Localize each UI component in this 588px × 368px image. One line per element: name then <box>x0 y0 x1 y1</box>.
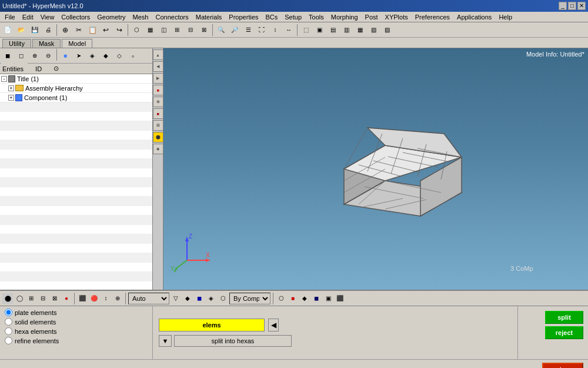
tab-utility[interactable]: Utility <box>2 39 31 48</box>
close-button[interactable]: ✕ <box>577 2 586 10</box>
tb-btn-6[interactable]: ✂ <box>72 24 85 37</box>
tb-btn-20[interactable]: ↕ <box>269 24 282 37</box>
lp-btn-10[interactable]: ⬦ <box>126 49 139 62</box>
bt-btn-15[interactable]: ⬡ <box>218 293 228 304</box>
bt-btn-8[interactable]: 🔴 <box>89 293 99 304</box>
viewport[interactable]: Model Info: Untitled* <box>163 48 588 290</box>
menu-materials[interactable]: Materials <box>192 12 226 22</box>
maximize-button[interactable]: □ <box>568 2 576 10</box>
menu-edit[interactable]: Edit <box>19 12 37 22</box>
v-btn-6[interactable]: ■ <box>153 108 163 119</box>
bt-btn-12[interactable]: ◆ <box>182 293 193 304</box>
v-btn-5[interactable]: ⊕ <box>153 97 163 107</box>
tb-btn-7[interactable]: 📋 <box>86 24 99 37</box>
lp-btn-9[interactable]: ◇ <box>113 49 126 62</box>
bt-btn-1[interactable]: ⬤ <box>2 293 13 304</box>
tb-btn-9[interactable]: ↪ <box>113 24 126 37</box>
tb-btn-25[interactable]: ▥ <box>340 24 353 37</box>
new-btn[interactable]: 📄 <box>1 24 14 37</box>
lp-btn-5[interactable]: ■ <box>59 49 72 62</box>
radio-refine-input[interactable] <box>5 337 12 344</box>
lp-btn-8[interactable]: ◆ <box>99 49 112 62</box>
radio-refine[interactable]: refine elements <box>5 337 148 344</box>
v-btn-4[interactable]: ■ <box>153 85 163 95</box>
expand-assembly[interactable]: + <box>8 85 14 91</box>
elems-arrow-btn[interactable]: ◀ <box>268 319 279 331</box>
radio-solid[interactable]: solid elements <box>5 318 148 326</box>
bt-btn-20[interactable]: ▣ <box>323 293 333 304</box>
lp-btn-1[interactable]: ◼ <box>1 49 14 62</box>
bt-btn-3[interactable]: ⊞ <box>26 293 36 304</box>
radio-hexa[interactable]: hexa elements <box>5 327 148 335</box>
bt-btn-5[interactable]: ⊠ <box>49 293 60 304</box>
radio-plate[interactable]: plate elements <box>5 309 148 316</box>
open-btn[interactable]: 📂 <box>15 24 28 37</box>
menu-applications[interactable]: Applications <box>453 12 495 22</box>
v-btn-7[interactable]: ⊞ <box>153 120 163 131</box>
tb-btn-18[interactable]: ☰ <box>242 24 255 37</box>
v-btn-3[interactable]: ▶ <box>153 73 163 84</box>
tb-btn-23[interactable]: ▣ <box>313 24 326 37</box>
v-btn-8[interactable]: ⬤ <box>153 132 163 142</box>
menu-geometry[interactable]: Geometry <box>93 12 129 22</box>
tb-btn-27[interactable]: ▧ <box>367 24 380 37</box>
tb-btn-13[interactable]: ⊞ <box>171 24 183 37</box>
menu-mesh[interactable]: Mesh <box>129 12 152 22</box>
bt-btn-18[interactable]: ◆ <box>299 293 310 304</box>
lp-btn-2[interactable]: ◻ <box>15 49 28 62</box>
bt-btn-9[interactable]: ↕ <box>101 293 111 304</box>
menu-tools[interactable]: Tools <box>305 12 328 22</box>
auto-dropdown[interactable]: Auto <box>128 293 169 304</box>
bt-btn-10[interactable]: ⊕ <box>112 293 123 304</box>
radio-solid-input[interactable] <box>5 318 12 326</box>
tb-btn-12[interactable]: ◫ <box>157 24 170 37</box>
reject-button[interactable]: reject <box>545 326 583 339</box>
bt-btn-19[interactable]: ◼ <box>311 293 322 304</box>
tb-btn-21[interactable]: ↔ <box>282 24 295 37</box>
bt-btn-7[interactable]: ⬛ <box>77 293 88 304</box>
tb-btn-14[interactable]: ⊟ <box>184 24 197 37</box>
menu-xyplots[interactable]: XYPlots <box>382 12 412 22</box>
menu-collectors[interactable]: Collectors <box>58 12 93 22</box>
bt-btn-2[interactable]: ◯ <box>14 293 25 304</box>
tree-row-title[interactable]: - Title (1) <box>0 74 152 84</box>
by-comp-dropdown[interactable]: By Comp <box>229 293 270 304</box>
v-btn-1[interactable]: ▲ <box>153 49 163 60</box>
title-bar-controls[interactable]: _ □ ✕ <box>559 2 586 10</box>
tb-btn-17[interactable]: 🔎 <box>228 24 241 37</box>
bt-btn-4[interactable]: ⊟ <box>38 293 48 304</box>
v-btn-2[interactable]: ◀ <box>153 61 163 72</box>
bt-btn-16[interactable]: ⬡ <box>276 293 286 304</box>
minimize-button[interactable]: _ <box>559 2 567 10</box>
lp-btn-3[interactable]: ⊕ <box>28 49 41 62</box>
tb-btn-26[interactable]: ▦ <box>353 24 366 37</box>
return-button[interactable]: return <box>542 363 583 369</box>
bt-btn-11[interactable]: ▽ <box>171 293 181 304</box>
menu-view[interactable]: View <box>37 12 58 22</box>
expand-component[interactable]: + <box>8 95 14 101</box>
tb-btn-10[interactable]: ⬡ <box>130 24 143 37</box>
tb-btn-4[interactable]: 🖨 <box>42 24 55 37</box>
tb-btn-5[interactable]: ⊕ <box>59 24 72 37</box>
v-btn-9[interactable]: ◈ <box>153 144 163 154</box>
tb-btn-11[interactable]: ▦ <box>143 24 156 37</box>
split-button[interactable]: split <box>545 311 583 324</box>
tab-model[interactable]: Model <box>62 39 92 48</box>
tab-mask[interactable]: Mask <box>32 39 61 48</box>
radio-hexa-input[interactable] <box>5 327 12 335</box>
lp-btn-4[interactable]: ⊖ <box>42 49 55 62</box>
bt-btn-17[interactable]: ■ <box>288 293 298 304</box>
menu-connectors[interactable]: Connectors <box>152 12 192 22</box>
tb-btn-15[interactable]: ⊠ <box>198 24 211 37</box>
menu-bcs[interactable]: BCs <box>262 12 282 22</box>
menu-file[interactable]: File <box>1 12 19 22</box>
lp-btn-7[interactable]: ◈ <box>86 49 99 62</box>
menu-help[interactable]: Help <box>495 12 516 22</box>
tb-btn-28[interactable]: ▨ <box>380 24 393 37</box>
tb-btn-8[interactable]: ↩ <box>99 24 112 37</box>
split-dropdown-btn[interactable]: ▼ <box>159 335 172 347</box>
tree-row-component[interactable]: + Component (1) <box>0 93 152 102</box>
tree-row-assembly[interactable]: + Assembly Hierarchy <box>0 84 152 93</box>
expand-title[interactable]: - <box>1 76 7 82</box>
bt-btn-14[interactable]: ◈ <box>206 293 216 304</box>
